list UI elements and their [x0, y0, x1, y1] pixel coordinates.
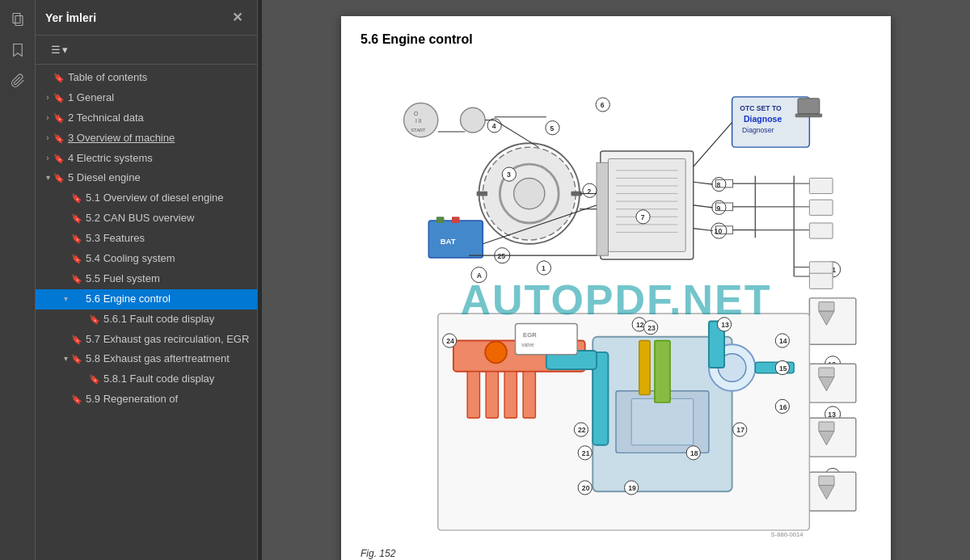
tree-chevron[interactable]: ▾ [42, 171, 53, 183]
tree-item-5-7[interactable]: 🔖5.7 Exhaust gas recirculation, EGR [36, 330, 257, 350]
bookmark-icon: 🔖 [53, 133, 65, 144]
tree-chevron-empty [78, 313, 89, 324]
attachments-icon[interactable] [5, 68, 31, 94]
svg-point-29 [514, 178, 545, 208]
list-icon: ☰ [51, 44, 61, 56]
tree-item-5-2[interactable]: 🔖5.2 CAN BUS overview [36, 208, 257, 229]
tree-item-label: 2 Technical data [68, 112, 251, 125]
bookmark-icon: 🔖 [53, 72, 65, 83]
tree-item-5-4[interactable]: 🔖5.4 Cooling system [36, 249, 257, 269]
svg-text:valve: valve [521, 342, 534, 347]
svg-text:12: 12 [636, 321, 644, 329]
svg-text:3: 3 [507, 171, 511, 179]
tree-chevron-empty [60, 272, 71, 284]
tree-item-toc[interactable]: 🔖Table of contents [36, 68, 257, 88]
svg-rect-3 [608, 158, 685, 251]
svg-text:7: 7 [641, 213, 645, 221]
tree-chevron-empty [60, 252, 71, 263]
tree-container[interactable]: 🔖Table of contents›🔖1 General›🔖2 Technic… [36, 65, 257, 560]
svg-rect-158 [809, 273, 833, 288]
svg-rect-13 [597, 162, 608, 255]
tree-chevron-empty [60, 212, 71, 223]
svg-rect-91 [486, 372, 498, 418]
tree-item-5-6-1[interactable]: 🔖5.6.1 Fault code display [36, 309, 257, 330]
svg-text:1: 1 [542, 264, 546, 272]
tree-item-label: 5.7 Exhaust gas recirculation, EGR [86, 333, 251, 347]
tree-chevron[interactable]: › [42, 152, 53, 163]
tree-chevron-empty [60, 393, 71, 404]
svg-text:18: 18 [690, 449, 698, 457]
tree-item-label: 5.5 Fuel system [86, 272, 251, 286]
svg-rect-155 [809, 200, 833, 215]
bookmark-icon: 🔖 [71, 353, 82, 364]
svg-rect-75 [819, 302, 834, 311]
svg-rect-19 [798, 99, 820, 114]
bookmark-icon: 🔖 [53, 112, 65, 124]
tree-item-5-5[interactable]: 🔖5.5 Fuel system [36, 269, 257, 289]
tree-chevron-empty [60, 232, 71, 243]
tree-item-5-3[interactable]: 🔖5.3 Features [36, 229, 257, 249]
svg-text:9: 9 [716, 204, 720, 213]
bookmark-icon: 🔖 [53, 153, 65, 164]
engine-diagram: OTC SET TO Diagnose Diagnoser BAT [361, 58, 871, 538]
svg-text:BAT: BAT [441, 237, 456, 246]
tree-item-electric[interactable]: ›🔖4 Electric systems [36, 149, 257, 169]
svg-line-159 [694, 122, 732, 166]
svg-line-137 [694, 229, 713, 231]
bookmark-icon: 🔖 [71, 253, 82, 264]
tree-item-label: 5.2 CAN BUS overview [86, 212, 251, 225]
tree-item-technical[interactable]: ›🔖2 Technical data [36, 108, 257, 128]
svg-text:24: 24 [446, 337, 454, 345]
svg-line-135 [694, 182, 713, 184]
svg-rect-23 [452, 217, 460, 223]
tree-chevron[interactable]: ▾ [60, 352, 71, 364]
tree-item-overview[interactable]: ›🔖3 Overview of machine [36, 128, 257, 149]
svg-rect-87 [655, 341, 670, 403]
svg-text:OTC SET TO: OTC SET TO [740, 104, 782, 112]
svg-text:21: 21 [582, 449, 590, 457]
page-area[interactable]: 5.6 Engine control AUTOPDF.NET [262, 0, 970, 560]
bookmark-icon: 🔖 [71, 394, 82, 405]
tree-item-5-8[interactable]: ▾🔖5.8 Exhaust gas aftertreatment [36, 349, 257, 369]
tree-item-label: 5.6 Engine control [86, 293, 251, 306]
bookmarks-icon[interactable] [5, 37, 31, 63]
svg-line-163 [495, 120, 539, 148]
svg-rect-154 [809, 178, 833, 193]
svg-text:17: 17 [736, 426, 744, 434]
svg-rect-1 [15, 16, 23, 26]
svg-text:20: 20 [582, 484, 590, 492]
tree-item-5-6[interactable]: ▾5.6 Engine control [36, 289, 257, 309]
tree-chevron-empty [60, 333, 71, 344]
tree-item-5-8-1[interactable]: 🔖5.8.1 Fault code display [36, 369, 257, 389]
tree-item-5-9[interactable]: 🔖5.9 Regeneration of [36, 389, 257, 410]
tree-chevron[interactable]: › [42, 132, 53, 143]
tree-item-diesel[interactable]: ▾🔖5 Diesel engine [36, 168, 257, 188]
bookmark-icon: 🔖 [71, 233, 82, 244]
pages-icon[interactable] [5, 6, 31, 32]
tree-chevron[interactable]: › [42, 91, 53, 103]
bookmark-icon: 🔖 [89, 373, 100, 385]
sidebar-header-left: Yer İmleri [45, 11, 96, 24]
tree-item-general[interactable]: ›🔖1 General [36, 88, 257, 108]
tree-chevron-empty [60, 192, 71, 203]
tree-item-label: 5.1 Overview of diesel engine [86, 192, 251, 205]
tree-chevron[interactable]: › [42, 112, 53, 123]
tree-item-label: 5 Diesel engine [68, 171, 251, 185]
close-button[interactable]: ✕ [227, 8, 247, 27]
tree-chevron-empty [42, 71, 53, 82]
svg-text:6: 6 [601, 101, 605, 109]
svg-rect-88 [639, 341, 650, 395]
svg-text:I II: I II [415, 118, 422, 124]
svg-text:8: 8 [716, 181, 720, 189]
main-content: 5.6 Engine control AUTOPDF.NET [262, 0, 970, 560]
figure-caption: Fig. 152 A CAN-Bus sensors 1 Oil pressur… [361, 548, 871, 560]
list-view-button[interactable]: ☰ ▾ [45, 40, 74, 59]
svg-rect-92 [504, 372, 517, 418]
svg-text:23: 23 [647, 324, 656, 332]
svg-text:Diagnoser: Diagnoser [742, 126, 774, 134]
svg-text:EGR: EGR [523, 331, 537, 339]
tree-item-label: 5.8 Exhaust gas aftertreatment [86, 352, 251, 366]
tree-chevron-empty [78, 373, 89, 384]
tree-item-5-1[interactable]: 🔖5.1 Overview of diesel engine [36, 188, 257, 208]
tree-chevron[interactable]: ▾ [60, 293, 71, 304]
